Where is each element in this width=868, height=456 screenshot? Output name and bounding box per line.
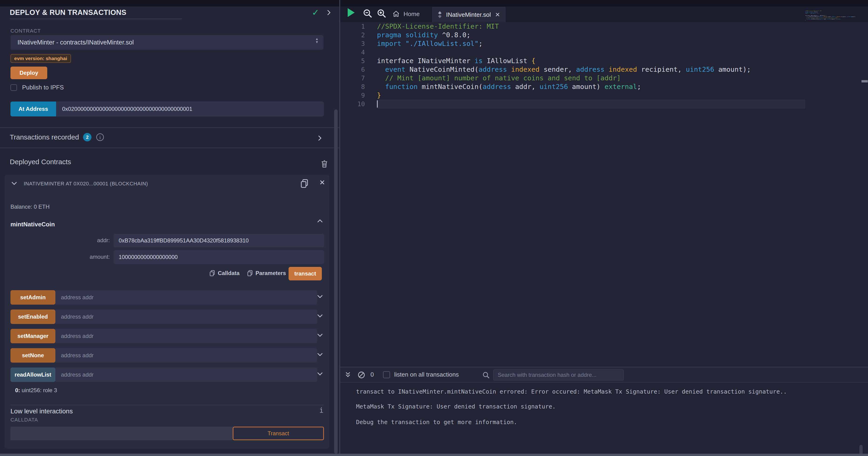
setEnabled-button[interactable]: setEnabled [10, 310, 55, 324]
decoded-output-key: 0: [15, 387, 20, 393]
setManager-input[interactable] [55, 329, 317, 343]
terminal-search-input[interactable] [493, 369, 624, 380]
text-cursor [377, 101, 378, 108]
function-row-setNone: setNone [10, 348, 323, 363]
code-line-5: interface INativeMinter is IAllowList { [377, 57, 751, 65]
overview-ruler-mark [862, 80, 868, 82]
code-line-9: } [377, 91, 751, 100]
svg-text:i: i [99, 134, 101, 140]
copy-parameters-action[interactable]: Parameters [247, 270, 286, 277]
select-arrows-icon: ▴▾ [316, 37, 318, 44]
copy-icon[interactable] [300, 178, 309, 189]
tab-home[interactable]: Home [392, 7, 420, 21]
amount-field-input[interactable] [114, 250, 324, 264]
deploy-run-panel: DEPLOY & RUN TRANSACTIONS ✓ CONTRACT INa… [0, 6, 339, 454]
calldata-input[interactable] [10, 427, 233, 440]
deploy-button[interactable]: Deploy [10, 66, 47, 79]
setNone-input[interactable] [55, 348, 317, 363]
calldata-label: CALLDATA [10, 417, 38, 423]
function-row-setEnabled: setEnabled [10, 310, 323, 324]
readAllowList-button[interactable]: readAllowList [10, 368, 55, 382]
divider [0, 148, 339, 148]
amount-field-label: amount: [70, 254, 110, 260]
close-icon[interactable]: ✕ [319, 178, 325, 187]
zoom-in-icon[interactable] [376, 8, 387, 19]
low-level-info-icon[interactable]: i [319, 406, 323, 414]
transact-button[interactable]: transact [288, 267, 322, 280]
addr-field-label: addr: [70, 237, 110, 244]
code-line-10 [805, 21, 861, 22]
window-top-strip [0, 0, 868, 6]
contract-select[interactable]: INativeMinter - contracts/INativeMinter.… [10, 35, 323, 50]
setManager-button[interactable]: setManager [10, 329, 55, 343]
panel-scrollbar[interactable] [334, 110, 338, 454]
function-actions-row: Calldata Parameters transact [5, 267, 329, 281]
transactions-recorded-label: Transactions recorded [10, 133, 79, 141]
setAdmin-button[interactable]: setAdmin [10, 290, 55, 305]
terminal-log-line: Debug the transaction to get more inform… [356, 419, 517, 426]
calldata-action-label: Calldata [218, 270, 240, 277]
listen-all-label: listen on all transactions [394, 371, 459, 378]
listen-all-checkbox[interactable] [383, 371, 390, 378]
low-level-title: Low level interactions [10, 407, 73, 415]
copy-calldata-action[interactable]: Calldata [209, 270, 240, 277]
trash-icon[interactable] [320, 159, 329, 168]
code-area[interactable]: 12345678910 //SPDX-License-Identifier: M… [340, 22, 805, 367]
panel-title: DEPLOY & RUN TRANSACTIONS [10, 8, 126, 17]
chevron-down-icon[interactable] [316, 352, 323, 357]
collapse-terminal-icon[interactable] [344, 371, 351, 379]
open-function-name: mintNativeCoin [10, 221, 55, 228]
setNone-button[interactable]: setNone [10, 348, 55, 363]
decoded-output-value: uint256: role 3 [20, 387, 57, 393]
terminal-log-line: MetaMask Tx Signature: User denied trans… [356, 403, 556, 410]
instance-balance: Balance: 0 ETH [10, 203, 50, 210]
line-number-gutter: 12345678910 [340, 22, 365, 108]
code-line-8: function mintNativeCoin(address addr, ui… [377, 82, 751, 91]
tab-inativeminter[interactable]: INativeMinter.sol ✕ [432, 7, 505, 22]
chevron-down-icon[interactable] [316, 313, 323, 318]
function-row-setManager: setManager [10, 329, 323, 343]
info-icon[interactable]: i [96, 133, 104, 142]
chevron-down-icon[interactable] [316, 294, 323, 299]
setAdmin-input[interactable] [55, 290, 317, 305]
terminal-body[interactable]: ❯ transact to INativeMinter.mintNativeCo… [340, 383, 868, 454]
instance-title: INATIVEMINTER AT 0X020...00001 (BLOCKCHA… [24, 181, 148, 187]
search-icon [482, 371, 490, 379]
readAllowList-input[interactable] [55, 368, 317, 382]
addr-field-input[interactable] [114, 234, 324, 247]
minimap[interactable]: //SPDX-License-Identifier: MITpragma sol… [805, 10, 861, 350]
panel-expand-icon[interactable] [326, 9, 332, 16]
at-address-input[interactable] [56, 102, 324, 116]
line-number: 6 [340, 65, 365, 74]
terminal-log-line: transact to INativeMinter.mintNativeCoin… [356, 388, 787, 395]
listen-all-row: listen on all transactions [383, 371, 459, 378]
transactions-recorded-row: Transactions recorded 2 i [10, 133, 104, 142]
transactions-expand-icon[interactable] [317, 135, 322, 142]
line-number: 4 [340, 48, 365, 57]
line-number: 10 [340, 100, 365, 108]
chevron-up-icon[interactable] [316, 219, 323, 224]
at-address-button[interactable]: At Address [10, 102, 56, 116]
chevron-down-icon[interactable] [316, 371, 323, 376]
run-script-play-icon[interactable] [348, 8, 354, 17]
code-line-1: //SPDX-License-Identifier: MIT [377, 22, 751, 31]
chevron-down-icon[interactable] [11, 181, 18, 186]
tab-label: INativeMinter.sol [446, 11, 491, 19]
publish-ipfs-label: Publish to IPFS [22, 84, 64, 91]
code-editor: Home INativeMinter.sol ✕ 12345678910 //S… [340, 6, 868, 367]
code-lines: //SPDX-License-Identifier: MITpragma sol… [377, 22, 751, 108]
low-level-transact-button[interactable]: Transact [233, 427, 324, 440]
line-number: 1 [340, 22, 365, 31]
publish-ipfs-checkbox[interactable] [10, 84, 17, 91]
zoom-out-icon[interactable] [363, 8, 373, 19]
function-row-setAdmin: setAdmin [10, 290, 323, 305]
setEnabled-input[interactable] [55, 310, 317, 324]
copy-icon [247, 270, 253, 277]
clear-console-icon[interactable] [358, 371, 365, 379]
line-number: 9 [340, 91, 365, 100]
deployed-instance-card: INATIVEMINTER AT 0X020...00001 (BLOCKCHA… [5, 175, 329, 449]
instance-header[interactable]: INATIVEMINTER AT 0X020...00001 (BLOCKCHA… [5, 175, 329, 193]
chevron-down-icon[interactable] [316, 333, 323, 338]
deployed-contracts-title: Deployed Contracts [10, 158, 71, 166]
tab-close-icon[interactable]: ✕ [495, 11, 500, 19]
